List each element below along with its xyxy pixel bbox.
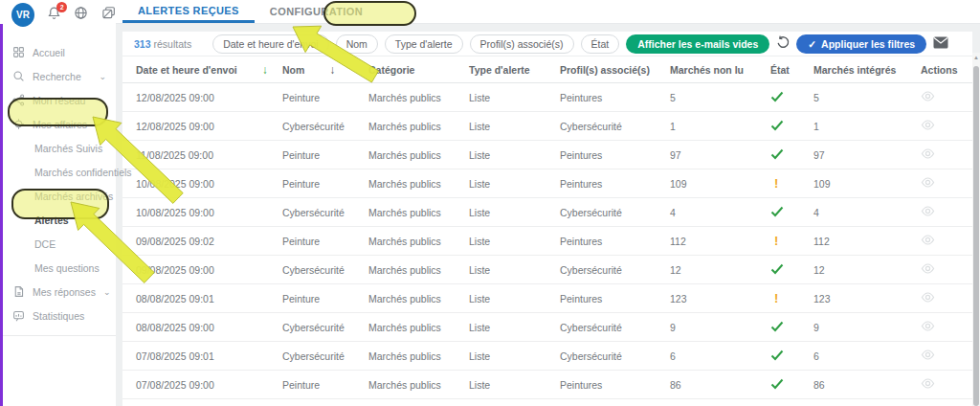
status-warning-icon: ! <box>770 176 813 191</box>
cell-type: Liste <box>469 207 560 218</box>
tab-alertes-recues[interactable]: ALERTES REÇUES <box>122 0 255 23</box>
status-ok-check-icon <box>770 263 813 277</box>
globe-button[interactable] <box>74 7 88 22</box>
table-row: 08/08/2025 09:01PeintureMarchés publicsL… <box>122 284 972 313</box>
scroll-up-arrow[interactable]: ▲ <box>972 53 980 62</box>
column-header-date-et-heure-d-envoi: Date et heure d'envoi↓ <box>136 63 282 77</box>
table-row: 08/08/2025 09:00CybersécuritéMarchés pub… <box>122 313 972 342</box>
chevron-down-icon: ⌄ <box>99 72 106 81</box>
organization-button[interactable] <box>101 7 116 22</box>
cell-date: 08/08/2025 09:01 <box>136 293 282 304</box>
sidebar-item-statistiques[interactable]: Statistiques <box>0 304 116 327</box>
filter-chip--tat[interactable]: État <box>581 34 620 54</box>
cell-name: Cybersécurité <box>282 350 368 362</box>
sidebar-item-alertes[interactable]: Alertes <box>0 208 116 232</box>
view-alert-eye-icon[interactable] <box>921 209 935 220</box>
vertical-scrollbar[interactable]: ▲ <box>972 53 980 406</box>
view-alert-eye-icon[interactable] <box>921 94 935 105</box>
network-icon <box>11 94 25 107</box>
sort-arrow-icon[interactable]: ↓ <box>262 63 268 77</box>
view-alert-eye-icon[interactable] <box>921 180 935 192</box>
cell-name: Cybersécurité <box>282 207 368 218</box>
cell-integrated: 97 <box>813 149 921 161</box>
sidebar-item-march-s-confidentiels[interactable]: Marchés confidentiels <box>0 160 116 184</box>
filter-chip-type-d-alerte[interactable]: Type d'alerte <box>385 34 463 54</box>
sidebar-item-accueil[interactable]: Accueil <box>0 40 116 64</box>
cell-type: Liste <box>469 293 560 304</box>
view-alert-eye-icon[interactable] <box>921 352 935 364</box>
view-alert-eye-icon[interactable] <box>921 123 935 134</box>
sidebar-item-mes-r-ponses[interactable]: Mes réponses⌄ <box>0 280 116 304</box>
sidebar-item-label: Mon réseau <box>33 95 85 106</box>
cell-profile: Cybersécurité <box>560 322 670 333</box>
column-header-actions: Actions <box>921 64 972 76</box>
filter-chip-nom[interactable]: Nom <box>336 34 378 54</box>
column-label: État <box>770 64 790 76</box>
cell-date: 10/08/2025 09:00 <box>136 207 282 218</box>
row-actions <box>921 233 972 249</box>
view-alert-eye-icon[interactable] <box>921 381 935 393</box>
filter-chip-date-et-heure-d-envoi[interactable]: Date et heure d'envoi <box>212 34 329 54</box>
cell-profile: Cybersécurité <box>560 264 670 276</box>
organization-icon <box>101 6 116 24</box>
undo-icon <box>776 35 790 53</box>
cell-unread: 86 <box>670 379 770 391</box>
scrollbar-thumb[interactable] <box>973 66 979 406</box>
sidebar-item-label: Alertes <box>34 214 69 226</box>
cell-unread: 1 <box>670 121 770 132</box>
sidebar-item-label: Marchés archivés <box>34 191 113 202</box>
main-area: ALERTES REÇUES CONFIGURATION 313 résulta… <box>116 0 980 406</box>
show-empty-emails-button[interactable]: Afficher les e-mails vides <box>626 34 769 54</box>
cell-date: 12/08/2025 09:00 <box>136 92 282 103</box>
avatar[interactable]: VR <box>11 3 34 27</box>
notifications-button[interactable]: 2 <box>47 7 61 22</box>
cell-integrated: 109 <box>813 178 921 190</box>
filter-chip-profil-s-associ-s-[interactable]: Profil(s) associé(s) <box>470 34 574 54</box>
view-alert-eye-icon[interactable] <box>921 237 935 249</box>
sidebar-item-label: Mes réponses <box>33 286 96 298</box>
cell-profile: Peintures <box>560 149 670 161</box>
sidebar-item-label: Marchés confidentiels <box>34 167 132 178</box>
cell-type: Liste <box>469 121 560 132</box>
sidebar-header: VR 2 <box>0 0 116 29</box>
status-ok-check-icon <box>770 91 813 104</box>
cell-unread: 6 <box>670 350 770 362</box>
sidebar-item-mes-affaires[interactable]: Mes affaires⌃ <box>0 112 116 136</box>
sidebar-item-march-s-suivis[interactable]: Marchés Suivis <box>0 136 116 160</box>
cell-profile: Peintures <box>560 92 670 103</box>
envelope-icon <box>933 35 948 53</box>
view-alert-eye-icon[interactable] <box>921 151 935 163</box>
view-alert-eye-icon[interactable] <box>921 295 935 306</box>
cell-unread: 112 <box>670 236 770 247</box>
cell-integrated: 12 <box>813 264 921 276</box>
column-label: Actions <box>921 64 958 76</box>
row-actions <box>921 376 972 393</box>
table-row: 10/08/2025 09:00CybersécuritéMarchés pub… <box>122 198 972 227</box>
table-row: 10/08/2025 09:00PeintureMarchés publicsL… <box>122 169 972 198</box>
apply-filters-button[interactable]: ✓ Appliquer les filtres <box>796 34 926 54</box>
view-alert-eye-icon[interactable] <box>921 266 935 278</box>
cell-unread: 5 <box>670 92 770 103</box>
column-header-type-d-alerte: Type d'alerte <box>469 64 560 76</box>
cell-name: Cybersécurité <box>282 121 368 132</box>
sidebar-item-mon-r-seau[interactable]: Mon réseau <box>0 88 116 112</box>
status-warning-icon: ! <box>770 291 813 305</box>
cell-category: Marchés publics <box>368 350 469 362</box>
status-ok-check-icon <box>770 206 813 219</box>
sidebar-item-mes-questions[interactable]: Mes questions <box>0 256 116 280</box>
status-ok-check-icon <box>770 321 813 334</box>
tab-configuration[interactable]: CONFIGURATION <box>255 0 378 23</box>
cell-type: Liste <box>469 149 560 161</box>
reset-filters-button[interactable] <box>776 35 790 53</box>
view-alert-eye-icon[interactable] <box>921 324 935 335</box>
sidebar-item-march-s-archiv-s[interactable]: Marchés archivés <box>0 184 116 208</box>
status-warning-icon: ! <box>770 234 813 248</box>
globe-icon <box>74 6 88 24</box>
cell-unread: 12 <box>670 264 770 276</box>
cell-integrated: 5 <box>813 92 921 103</box>
sort-arrow-icon[interactable]: ↓ <box>329 63 335 77</box>
cell-profile: Peintures <box>560 293 670 304</box>
sidebar-item-recherche[interactable]: Recherche⌄ <box>0 64 116 88</box>
sidebar-item-dce[interactable]: DCE <box>0 232 116 256</box>
email-export-button[interactable] <box>933 35 948 53</box>
